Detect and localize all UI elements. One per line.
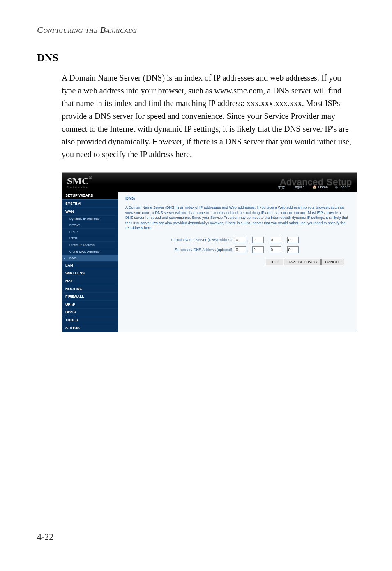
dns-octet-1[interactable] [235, 237, 246, 243]
topnav-logout[interactable]: ⎋ Logout [332, 184, 353, 192]
content-panel: DNS A Domain Name Server (DNS) is an ind… [118, 192, 357, 332]
topnav-chinese[interactable]: 中文 [274, 184, 288, 192]
dns2-octet-1[interactable] [235, 246, 246, 253]
sidebar-setup-wizard[interactable]: SETUP WIZARD [62, 192, 118, 200]
sidebar-ddns[interactable]: DDNS [62, 309, 118, 316]
sidebar-dynamic-ip[interactable]: Dynamic IP Address [62, 216, 118, 222]
dns2-octet-3[interactable] [270, 246, 281, 253]
dns-octet-2[interactable] [252, 237, 264, 243]
topnav-home-label: Home [318, 185, 328, 189]
sidebar-status[interactable]: STATUS [62, 324, 118, 332]
cancel-button[interactable]: CANCEL [321, 259, 344, 265]
dot-icon: . [284, 238, 285, 242]
sidebar-tools[interactable]: TOOLS [62, 316, 118, 324]
topnav-logout-label: Logout [338, 185, 350, 189]
sidebar-dns[interactable]: DNS [62, 255, 118, 262]
logo-text: SMC [67, 176, 89, 186]
page-header: Configuring the Barricade [37, 25, 355, 35]
secondary-dns-row: Secondary DNS Address (optional) . . . [125, 246, 350, 253]
content-title: DNS [125, 196, 350, 201]
logo-reg: ® [89, 176, 92, 180]
dot-icon: . [266, 248, 267, 252]
sidebar-firewall[interactable]: FIREWALL [62, 293, 118, 301]
sidebar-wireless[interactable]: WIRELESS [62, 269, 118, 277]
sidebar-l2tp[interactable]: L2TP [62, 235, 118, 242]
page-number: 4-22 [37, 532, 53, 542]
topnav-english[interactable]: English [289, 184, 308, 192]
sidebar-upnp[interactable]: UPnP [62, 301, 118, 309]
router-ui-screenshot: SMC® Networks Advanced Setup 中文 English … [62, 172, 357, 332]
dot-icon: . [249, 238, 250, 242]
sidebar-pptp[interactable]: PPTP [62, 229, 118, 235]
sidebar-static-ip[interactable]: Static IP Address [62, 242, 118, 248]
button-row: HELP SAVE SETTINGS CANCEL [125, 259, 350, 265]
content-description: A Domain Name Server (DNS) is an index o… [125, 205, 350, 231]
dot-icon: . [284, 248, 285, 252]
sidebar-wan[interactable]: WAN [62, 208, 118, 216]
dns2-octet-4[interactable] [287, 246, 299, 253]
sidebar: SETUP WIZARD SYSTEM WAN Dynamic IP Addre… [62, 192, 118, 332]
dns-octet-4[interactable] [287, 237, 299, 243]
sidebar-routing[interactable]: ROUTING [62, 285, 118, 293]
dns-row: Domain Name Server (DNS) Address . . . [125, 237, 350, 243]
router-header: SMC® Networks Advanced Setup 中文 English … [62, 173, 357, 192]
dns-label: Domain Name Server (DNS) Address [125, 238, 232, 242]
sidebar-system[interactable]: SYSTEM [62, 200, 118, 208]
smc-logo: SMC® Networks [67, 176, 92, 189]
help-button[interactable]: HELP [266, 259, 283, 265]
sidebar-lan[interactable]: LAN [62, 262, 118, 269]
sidebar-nat[interactable]: NAT [62, 277, 118, 285]
save-settings-button[interactable]: SAVE SETTINGS [284, 259, 321, 265]
logo-subtitle: Networks [67, 186, 92, 189]
secondary-dns-label: Secondary DNS Address (optional) [125, 248, 232, 252]
section-title: DNS [37, 52, 355, 64]
dot-icon: . [249, 248, 250, 252]
topnav-home[interactable]: 🏠 Home [309, 184, 331, 192]
top-nav: 中文 English 🏠 Home ⎋ Logout [274, 184, 353, 192]
body-paragraph: A Domain Name Server (DNS) is an index o… [62, 72, 355, 161]
sidebar-clone-mac[interactable]: Clone MAC Address [62, 248, 118, 255]
dot-icon: . [266, 238, 267, 242]
dns2-octet-2[interactable] [252, 246, 264, 253]
dns-octet-3[interactable] [270, 237, 281, 243]
sidebar-pppoe[interactable]: PPPoE [62, 222, 118, 229]
